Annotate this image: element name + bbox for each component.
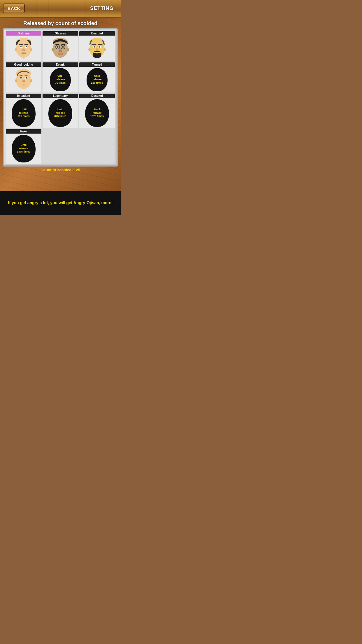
svg-point-13 <box>52 48 54 51</box>
svg-point-42 <box>22 81 24 82</box>
row-2: Good-looking <box>6 62 115 92</box>
cell-fake[interactable]: Fake Untilrelease1875 times <box>6 129 41 164</box>
svg-point-5 <box>26 46 27 47</box>
cell-dosukoi[interactable]: Dosukoi Untilrelease1375 times <box>79 94 115 128</box>
svg-point-39 <box>20 77 22 79</box>
label-drunk: Drunk <box>43 62 78 67</box>
svg-point-24 <box>88 48 91 51</box>
face-tanned-locked: Untilrelease225 times <box>79 67 115 92</box>
svg-point-14 <box>67 48 69 51</box>
partial-count-text: Count of scolded: 125 <box>0 167 121 172</box>
locked-tanned-text: Untilrelease225 times <box>91 74 103 85</box>
face-bearded <box>79 36 115 61</box>
svg-point-20 <box>59 50 60 52</box>
svg-point-8 <box>24 50 25 51</box>
wood-background: Released by count of scolded Ordinary <box>0 18 121 191</box>
cell-empty-2 <box>79 129 115 164</box>
face-impatient-locked: Untilrelease375 times <box>6 98 41 128</box>
svg-point-17 <box>57 46 59 48</box>
cell-bearded[interactable]: Bearded <box>79 31 115 61</box>
locked-drunk: Untilrelease75 times <box>50 68 71 91</box>
svg-point-40 <box>26 77 27 79</box>
face-ordinary <box>6 36 41 61</box>
label-dosukoi: Dosukoi <box>79 94 115 98</box>
character-panel: Ordinary <box>3 28 118 167</box>
locked-fake-text: Untilrelease1875 times <box>17 144 30 154</box>
bottom-message: If you get angry a lot, you will get Ang… <box>8 200 113 206</box>
cell-good-looking[interactable]: Good-looking <box>6 62 41 92</box>
cell-impatient[interactable]: Impatient Untilrelease375 times <box>6 94 41 128</box>
empty-2 <box>79 129 115 157</box>
label-impatient: Impatient <box>6 94 41 98</box>
good-looking-face-svg <box>13 68 34 91</box>
bearded-face-svg <box>87 37 108 60</box>
label-tanned: Tanned <box>79 62 115 67</box>
top-bar: BACK SETTING <box>0 0 121 18</box>
locked-impatient-text: Untilrelease375 times <box>17 108 29 118</box>
svg-point-10 <box>30 48 32 51</box>
empty-1 <box>43 129 78 157</box>
locked-fake: Untilrelease1875 times <box>12 135 36 162</box>
svg-point-25 <box>103 48 106 51</box>
svg-point-29 <box>99 46 100 48</box>
cell-drunk[interactable]: Drunk Untilrelease75 times <box>43 62 78 92</box>
label-ordinary: Ordinary <box>6 31 41 36</box>
face-good-looking <box>6 67 41 92</box>
row-3: Impatient Untilrelease375 times Legendar… <box>6 94 115 128</box>
cell-ordinary[interactable]: Ordinary <box>6 31 41 61</box>
bottom-bar: If you get angry a lot, you will get Ang… <box>0 191 121 215</box>
svg-point-18 <box>62 46 64 48</box>
locked-drunk-text: Untilrelease75 times <box>55 74 66 85</box>
locked-legendary-text: Untilrelease875 times <box>54 108 66 118</box>
svg-point-36 <box>30 79 32 82</box>
svg-point-9 <box>15 48 17 51</box>
cell-tanned[interactable]: Tanned Untilrelease225 times <box>79 62 115 92</box>
locked-dosukoi-text: Untilrelease1375 times <box>90 108 104 118</box>
row-4: Fake Untilrelease1875 times <box>6 129 115 164</box>
locked-tanned: Untilrelease225 times <box>87 68 108 91</box>
locked-dosukoi: Untilrelease1375 times <box>85 99 109 127</box>
ordinary-face-svg <box>13 37 34 60</box>
svg-point-28 <box>94 46 95 48</box>
label-legendary: Legendary <box>43 94 78 98</box>
face-drunk-locked: Untilrelease75 times <box>43 67 78 92</box>
svg-point-21 <box>61 50 62 52</box>
face-dosukoi-locked: Untilrelease1375 times <box>79 98 115 128</box>
face-glasses <box>43 36 78 61</box>
face-fake-locked: Untilrelease1875 times <box>6 134 41 164</box>
label-bearded: Bearded <box>79 31 115 36</box>
svg-point-43 <box>24 81 25 82</box>
face-legendary-locked: Untilrelease875 times <box>43 98 78 128</box>
svg-point-32 <box>97 50 99 51</box>
glasses-face-svg <box>50 37 71 60</box>
svg-point-31 <box>96 50 97 51</box>
cell-legendary[interactable]: Legendary Untilrelease875 times <box>43 94 78 128</box>
setting-button[interactable]: SETTING <box>86 4 118 13</box>
svg-point-4 <box>20 46 22 47</box>
svg-point-7 <box>22 50 23 51</box>
label-glasses: Glasses <box>43 31 78 36</box>
label-good-looking: Good-looking <box>6 62 41 67</box>
page-title: Released by count of scolded <box>0 18 121 28</box>
cell-glasses[interactable]: Glasses <box>43 31 78 61</box>
locked-legendary: Untilrelease875 times <box>48 99 72 127</box>
locked-impatient: Untilrelease375 times <box>12 99 36 127</box>
back-button[interactable]: BACK <box>3 4 25 13</box>
label-fake: Fake <box>6 129 41 134</box>
svg-point-35 <box>15 79 17 82</box>
row-1: Ordinary <box>6 31 115 61</box>
app-root: BACK SETTING Released by count of scolde… <box>0 0 121 215</box>
cell-empty-1 <box>43 129 78 164</box>
